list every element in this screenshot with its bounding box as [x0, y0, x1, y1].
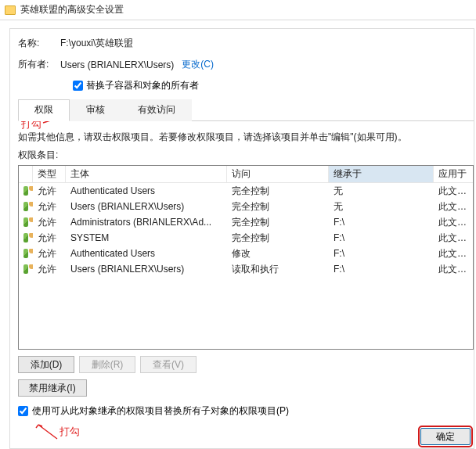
cell-access: 完全控制 [227, 185, 329, 198]
principal-icon [19, 202, 33, 211]
principal-icon [19, 186, 33, 196]
cell-applies: 此文件夹 [434, 263, 471, 276]
cell-inherited: F:\ [329, 232, 434, 243]
owner-value: Users (BRIANLERX\Users) [60, 59, 174, 70]
advanced-security-window: 英雄联盟的高级安全设置 名称: F:\youxi\英雄联盟 所有者: Users… [0, 0, 476, 449]
ok-button-label: 确定 [436, 430, 455, 444]
replace-child-label: 使用可从此对象继承的权限项目替换所有子对象的权限项目(P) [32, 404, 289, 418]
table-row[interactable]: 允许SYSTEM完全控制F:\此文件夹 [19, 230, 473, 246]
cell-applies: 此文件夹 [434, 216, 471, 229]
table-row[interactable]: 允许Authenticated Users完全控制无此文件夹 [19, 183, 473, 199]
table-row[interactable]: 允许Authenticated Users修改F:\此文件夹 [19, 246, 473, 261]
replace-child-checkbox-row: 使用可从此对象继承的权限项目替换所有子对象的权限项目(P) [18, 404, 474, 418]
disable-inherit-button[interactable]: 禁用继承(I) [18, 379, 87, 397]
cell-type: 允许 [33, 200, 66, 214]
replace-child-checkbox[interactable] [18, 406, 28, 416]
cell-principal: SYSTEM [66, 232, 227, 243]
table-row[interactable]: 允许Users (BRIANLERX\Users)读取和执行F:\此文件夹 [19, 261, 473, 277]
cell-access: 读取和执行 [227, 263, 329, 276]
cell-applies: 此文件夹 [434, 247, 471, 260]
col-inherited[interactable]: 继承于 [329, 166, 434, 182]
cell-principal: Users (BRIANLERX\Users) [66, 201, 227, 212]
cell-applies: 此文件夹 [434, 185, 471, 198]
cell-principal: Authenticated Users [66, 185, 227, 196]
change-owner-link[interactable]: 更改(C) [182, 58, 214, 71]
permission-buttons: 添加(D) 删除(R) 查看(V) [18, 356, 474, 373]
cell-type: 允许 [33, 216, 66, 229]
add-button[interactable]: 添加(D) [18, 356, 74, 373]
cell-access: 修改 [227, 247, 329, 260]
cell-inherited: 无 [329, 185, 434, 198]
cell-inherited: F:\ [329, 217, 434, 228]
cell-type: 允许 [33, 263, 66, 276]
table-row[interactable]: 允许Administrators (BRIANLERX\Ad...完全控制F:\… [19, 214, 473, 230]
principal-icon [19, 217, 33, 227]
permissions-table: 类型 主体 访问 继承于 应用于 允许Authenticated Users完全… [18, 165, 474, 350]
cell-applies: 此文件夹 [434, 232, 471, 245]
replace-owner-label: 替换子容器和对象的所有者 [86, 79, 199, 92]
cell-applies: 此文件夹 [434, 200, 471, 214]
principal-icon [19, 264, 33, 274]
cell-inherited: 无 [329, 200, 434, 214]
cell-access: 完全控制 [227, 200, 329, 214]
tabs: 权限 审核 有效访问 [18, 99, 474, 121]
cell-type: 允许 [33, 185, 66, 198]
hint-text: 如需其他信息，请双击权限项目。若要修改权限项目，请选择该项目并单击"编辑"(如果… [18, 131, 474, 144]
titlebar: 英雄联盟的高级安全设置 [0, 0, 476, 20]
permissions-list-label: 权限条目: [18, 149, 474, 162]
ok-button[interactable]: 确定 [420, 428, 471, 445]
col-type[interactable]: 类型 [33, 166, 66, 182]
cell-principal: Users (BRIANLERX\Users) [66, 264, 227, 275]
cell-type: 允许 [33, 232, 66, 245]
principal-icon [19, 249, 33, 258]
cell-access: 完全控制 [227, 216, 329, 229]
table-row[interactable]: 允许Users (BRIANLERX\Users)完全控制无此文件夹 [19, 199, 473, 214]
dialog-body: 名称: F:\youxi\英雄联盟 所有者: Users (BRIANLERX\… [9, 28, 474, 449]
cell-inherited: F:\ [329, 248, 434, 259]
window-title: 英雄联盟的高级安全设置 [20, 3, 124, 16]
cell-inherited: F:\ [329, 264, 434, 275]
owner-row: 所有者: Users (BRIANLERX\Users) 更改(C) [18, 58, 474, 71]
arrow-icon [35, 423, 62, 434]
owner-label: 所有者: [18, 58, 60, 71]
col-applies[interactable]: 应用于 [434, 166, 471, 182]
annotation-check-2: 打勾 [60, 425, 80, 439]
folder-icon [5, 5, 16, 15]
tab-effective-access[interactable]: 有效访问 [121, 99, 192, 121]
tab-audit[interactable]: 审核 [70, 99, 121, 121]
view-button: 查看(V) [140, 356, 197, 373]
col-icon[interactable] [19, 166, 33, 182]
replace-owner-checkbox-row: 替换子容器和对象的所有者 [73, 79, 474, 92]
cell-access: 完全控制 [227, 232, 329, 245]
cell-principal: Authenticated Users [66, 248, 227, 259]
tab-permissions[interactable]: 权限 [18, 99, 70, 121]
col-principal[interactable]: 主体 [66, 166, 227, 182]
object-name-row: 名称: F:\youxi\英雄联盟 [18, 37, 474, 50]
cell-principal: Administrators (BRIANLERX\Ad... [66, 217, 227, 228]
remove-button: 删除(R) [79, 356, 135, 373]
cell-type: 允许 [33, 247, 66, 260]
col-access[interactable]: 访问 [227, 166, 329, 182]
replace-owner-checkbox[interactable] [73, 81, 83, 91]
table-header: 类型 主体 访问 继承于 应用于 [19, 166, 473, 183]
principal-icon [19, 233, 33, 242]
name-value: F:\youxi\英雄联盟 [60, 37, 133, 50]
name-label: 名称: [18, 37, 60, 50]
